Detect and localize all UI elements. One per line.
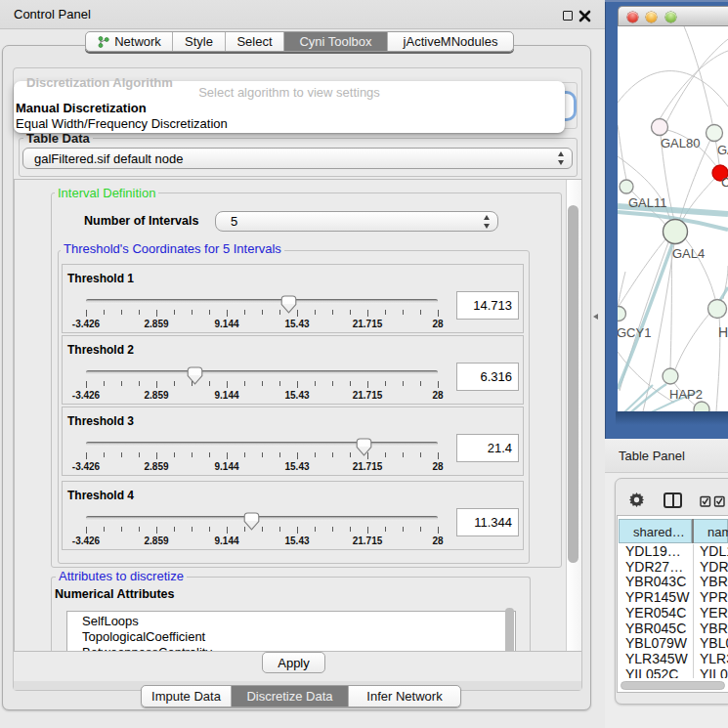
svg-text:GAL11: GAL11: [628, 195, 667, 210]
svg-text:GCY1: GCY1: [618, 325, 651, 340]
svg-text:CD: CD: [721, 175, 728, 190]
svg-text:GAL80: GAL80: [661, 136, 700, 150]
svg-text:GA: GA: [717, 143, 728, 157]
svg-text:H: H: [718, 324, 728, 340]
svg-text:GAL4: GAL4: [672, 246, 705, 261]
svg-text:HAP2: HAP2: [669, 387, 703, 402]
